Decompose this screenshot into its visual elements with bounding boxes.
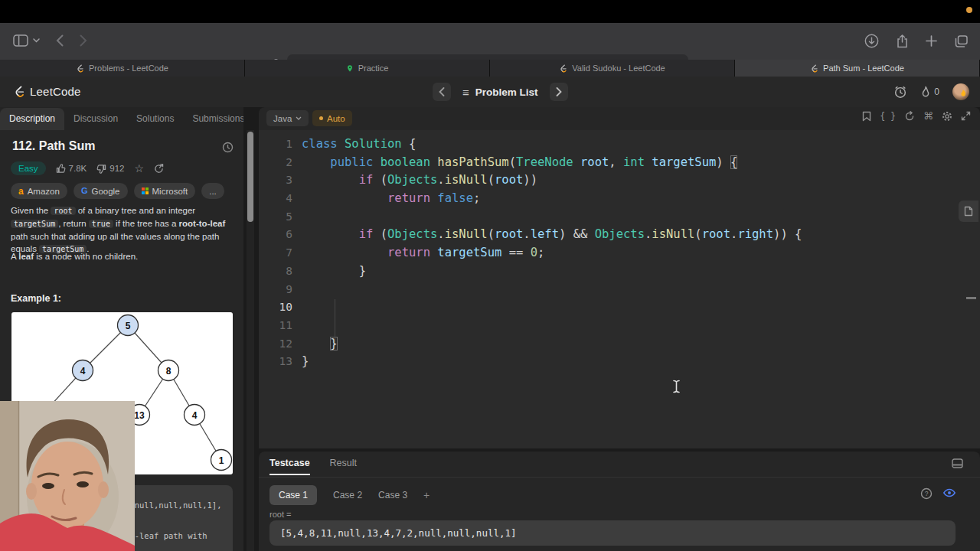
panel-tab-description[interactable]: Description [0, 108, 64, 130]
code-line[interactable]: 12 } [259, 335, 980, 354]
new-tab-icon[interactable] [926, 35, 937, 47]
panel-tab-discussion[interactable]: Discussion [64, 108, 127, 130]
code-line[interactable]: 7 return targetSum == 0; [259, 244, 980, 262]
more-companies-button[interactable]: ... [201, 183, 224, 199]
format-brackets-icon[interactable]: { } [880, 111, 896, 122]
company-tag[interactable]: GGoogle [74, 183, 128, 199]
code-line[interactable]: 10 [259, 298, 980, 317]
leetcode-favicon-icon [559, 64, 567, 73]
code-line[interactable]: 4 return false; [259, 190, 980, 208]
testcase-panel: TestcaseResult Case 1Case 2Case 3+ ? roo… [259, 452, 980, 551]
problem-list-button[interactable]: ≡ Problem List [462, 86, 538, 99]
settings-gear-icon[interactable] [942, 111, 952, 122]
line-text: public boolean hasPathSum(TreeNode root,… [292, 154, 737, 172]
leetcode-favicon-icon [810, 64, 818, 73]
line-number: 2 [259, 154, 292, 172]
forward-icon[interactable] [80, 34, 87, 47]
code-line[interactable]: 2 public boolean hasPathSum(TreeNode roo… [259, 154, 980, 172]
daily-streak[interactable]: 0 [920, 86, 939, 99]
text-segment: of a binary tree and an integer [76, 206, 196, 215]
code-line[interactable]: 1class Solution { [259, 135, 980, 154]
text-segment: , return [58, 219, 89, 228]
line-text: if (Objects.isNull(root.left) && Objects… [292, 226, 802, 244]
add-case-button[interactable]: + [423, 489, 430, 501]
amazon-logo-icon: a [18, 187, 24, 196]
chevron-left-icon [439, 87, 445, 96]
case-button[interactable]: Case 3 [378, 490, 407, 500]
leetcode-header: LeetCode ≡ Problem List 0 [0, 77, 980, 107]
language-selector[interactable]: Java [266, 110, 309, 126]
line-number: 8 [259, 262, 292, 281]
chevron-right-icon [556, 87, 562, 96]
svg-text:4: 4 [80, 366, 86, 377]
leetcode-logo[interactable]: LeetCode [13, 83, 81, 99]
example-label: Example 1: [11, 293, 61, 304]
code-lines[interactable]: 1class Solution {2 public boolean hasPat… [259, 135, 980, 371]
google-logo-icon: G [81, 187, 88, 195]
case-button[interactable]: Case 2 [333, 490, 362, 500]
line-number: 7 [259, 244, 292, 262]
editor-toolbar: Java Auto { } ⌘ [259, 107, 980, 130]
line-text [292, 317, 302, 335]
next-question-button[interactable] [550, 83, 568, 101]
code-line[interactable]: 6 if (Objects.isNull(root.left) && Objec… [259, 226, 980, 244]
browser-tab[interactable]: Path Sum - LeetCode [735, 60, 980, 77]
hamburger-icon: ≡ [462, 86, 469, 99]
tab-testcase[interactable]: Testcase [270, 458, 310, 475]
svg-text:8: 8 [166, 366, 172, 377]
browser-tab[interactable]: Problems - LeetCode [0, 60, 245, 77]
company-tag[interactable]: Microsoft [134, 183, 196, 199]
description-scrollbar-thumb[interactable] [247, 132, 253, 222]
tab-result[interactable]: Result [330, 458, 357, 475]
line-text [292, 281, 302, 299]
sidebar-icon[interactable] [13, 34, 28, 47]
case-button[interactable]: Case 1 [270, 485, 317, 505]
browser-tab[interactable]: Practice [245, 60, 490, 77]
difficulty-badge[interactable]: Easy [11, 161, 46, 175]
avatar[interactable] [952, 83, 969, 100]
case-row: Case 1Case 2Case 3+ [270, 485, 430, 505]
prev-question-button[interactable] [433, 83, 451, 101]
share-problem-icon[interactable] [154, 164, 164, 174]
shortcuts-icon[interactable]: ⌘ [923, 110, 933, 122]
text-segment: Given the [11, 206, 51, 215]
svg-text:4: 4 [192, 410, 198, 421]
sidebar-chevron-down-icon[interactable] [33, 38, 40, 43]
favorite-star-icon[interactable]: ☆ [134, 162, 144, 174]
question-help-icon[interactable]: ? [920, 487, 933, 500]
auto-dot-icon [319, 116, 323, 120]
svg-text:13: 13 [134, 410, 145, 421]
text-segment: leaf [18, 252, 34, 261]
browser-tab[interactable]: Valid Sudoku - LeetCode [490, 60, 735, 77]
menubar [0, 0, 980, 23]
tab-overview-icon[interactable] [955, 35, 968, 47]
code-line[interactable]: 11 [259, 317, 980, 335]
company-tag[interactable]: aAmazon [11, 183, 67, 199]
problem-timer-icon[interactable] [222, 142, 234, 153]
code-line[interactable]: 8 } [259, 262, 980, 281]
reset-code-icon[interactable] [904, 111, 915, 122]
eye-visibility-icon[interactable] [942, 487, 956, 499]
auto-toggle[interactable]: Auto [312, 110, 352, 126]
testcase-input[interactable]: [5,4,8,11,null,13,4,7,2,null,null,null,1… [270, 520, 956, 546]
browser-tab-title: Valid Sudoku - LeetCode [572, 64, 665, 73]
share-icon[interactable] [897, 34, 908, 48]
microsoft-logo-icon [142, 187, 149, 194]
code-line[interactable]: 3 if (Objects.isNull(root)) [259, 171, 980, 190]
timer-icon[interactable] [893, 85, 907, 99]
code-editor[interactable]: 1class Solution {2 public boolean hasPat… [259, 130, 980, 448]
panel-tab-solutions[interactable]: Solutions [127, 108, 183, 130]
code-line[interactable]: 9 [259, 281, 980, 299]
fullscreen-icon[interactable] [961, 111, 971, 121]
pin-icon [346, 64, 354, 73]
back-icon[interactable] [56, 34, 64, 47]
notes-flyout-button[interactable] [959, 201, 978, 222]
language-label: Java [273, 114, 292, 123]
bookmark-icon[interactable] [862, 111, 871, 122]
likes[interactable]: 7.8K [56, 164, 87, 174]
dislikes[interactable]: 912 [96, 164, 124, 174]
collapse-panel-icon[interactable] [952, 458, 963, 468]
downloads-icon[interactable] [864, 34, 879, 48]
code-line[interactable]: 13} [259, 353, 980, 371]
code-line[interactable]: 5 [259, 208, 980, 227]
